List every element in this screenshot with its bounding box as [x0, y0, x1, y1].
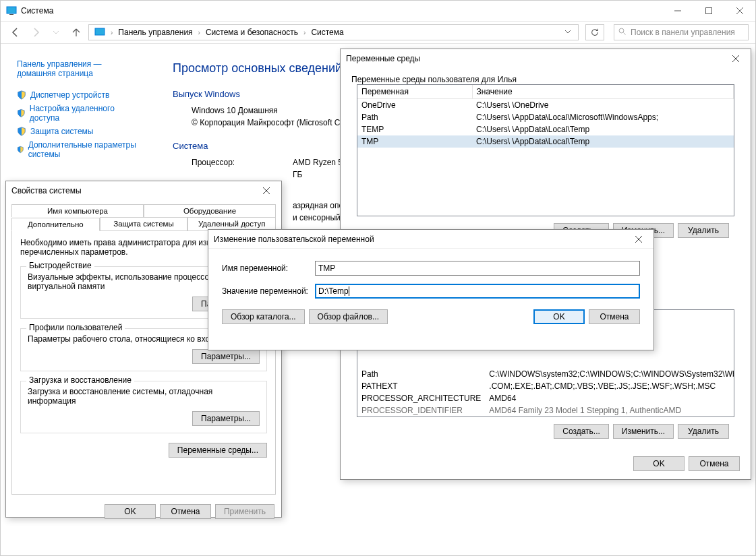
tab-advanced[interactable]: Дополнительно	[11, 218, 100, 231]
breadcrumb-item[interactable]: Система и безопасность	[203, 28, 301, 37]
startup-settings-button[interactable]: Параметры...	[192, 411, 260, 426]
table-row[interactable]: TEMPC:\Users\ \AppData\Local\Temp	[357, 123, 734, 135]
close-icon[interactable]	[257, 183, 276, 198]
apply-button[interactable]: Применить	[215, 504, 274, 519]
close-icon[interactable]	[629, 232, 648, 247]
cancel-button[interactable]: Отмена	[589, 309, 640, 324]
close-button[interactable]	[724, 1, 755, 21]
startup-heading: Загрузка и восстановление	[26, 375, 134, 385]
delete-sys-var-button[interactable]: Удалить	[678, 424, 729, 439]
cancel-button[interactable]: Отмена	[160, 504, 211, 519]
search-placeholder: Поиск в панели управления	[631, 28, 735, 37]
sidebar-item-advanced-settings[interactable]: Дополнительные параметры системы	[17, 138, 136, 161]
ram-partial: ГБ	[293, 170, 302, 179]
browse-files-button[interactable]: Обзор файлов...	[309, 309, 388, 324]
tab-hardware[interactable]: Оборудование	[144, 204, 276, 217]
close-icon[interactable]	[726, 51, 745, 66]
table-row[interactable]: PATHEXT.COM;.EXE;.BAT;.CMD;.VBS;.VBE;.JS…	[357, 380, 734, 392]
dialog-title: Переменные среды	[346, 54, 726, 63]
svg-rect-3	[706, 8, 712, 14]
table-row[interactable]: OneDriveC:\Users\ \OneDrive	[357, 99, 734, 112]
up-button[interactable]	[68, 24, 84, 40]
window-title: Система	[21, 6, 662, 16]
svg-point-7	[619, 28, 624, 33]
dialog-titlebar: Изменение пользовательской переменной	[208, 230, 653, 249]
breadcrumb-item[interactable]: Панель управления	[115, 28, 195, 37]
chevron-right-icon[interactable]: ›	[196, 29, 203, 36]
shield-icon	[17, 127, 26, 136]
sidebar-item-system-protection[interactable]: Защита системы	[17, 125, 136, 138]
table-row[interactable]: TMPC:\Users\ \AppData\Local\Temp	[357, 135, 734, 148]
chevron-right-icon[interactable]: ›	[108, 29, 115, 36]
recent-dropdown[interactable]	[48, 24, 64, 40]
tab-system-protection[interactable]: Защита системы	[100, 217, 188, 230]
startup-group: Загрузка и восстановление Загрузка и вос…	[20, 381, 267, 433]
cancel-button[interactable]: Отмена	[689, 456, 740, 471]
ok-button[interactable]: OK	[633, 456, 685, 471]
dialog-title: Свойства системы	[11, 186, 257, 195]
performance-heading: Быстродействие	[26, 261, 94, 270]
svg-rect-1	[9, 14, 13, 15]
copyright-text: © Корпорация Майкрософт (Microsoft Corpo…	[192, 118, 364, 127]
new-sys-var-button[interactable]: Создать...	[554, 424, 609, 439]
variable-value-label: Значение переменной:	[222, 286, 315, 296]
maximize-button[interactable]	[693, 1, 724, 21]
search-input[interactable]: Поиск в панели управления	[614, 24, 749, 40]
back-button[interactable]	[7, 24, 24, 40]
browse-directory-button[interactable]: Обзор каталога...	[222, 309, 305, 324]
ok-button[interactable]: OK	[105, 504, 156, 519]
svg-rect-6	[95, 28, 105, 35]
edition-value: Windows 10 Домашняя	[192, 106, 278, 115]
svg-line-8	[624, 32, 626, 34]
profiles-heading: Профили пользователей	[26, 323, 125, 332]
variable-name-input[interactable]	[315, 261, 640, 276]
dialog-titlebar: Переменные среды	[341, 49, 751, 68]
edit-sys-var-button[interactable]: Изменить...	[613, 424, 674, 439]
cpu-label: Процессор:	[192, 158, 293, 167]
svg-rect-0	[7, 7, 16, 13]
sidebar-item-device-manager[interactable]: Диспетчер устройств	[17, 88, 136, 102]
control-panel-home-link[interactable]: Панель управления — домашняя страница	[17, 57, 136, 80]
startup-desc: Загрузка и восстановление системы, отлад…	[28, 387, 260, 406]
breadcrumb-item[interactable]: Система	[308, 28, 346, 37]
window-controls	[662, 1, 755, 21]
table-row[interactable]: PathC:\WINDOWS\system32;C:\WINDOWS;C:\WI…	[357, 368, 734, 380]
col-value[interactable]: Значение	[472, 85, 734, 99]
tab-remote[interactable]: Удаленный доступ	[187, 217, 276, 230]
touch-partial: и сенсорный	[293, 213, 341, 222]
chevron-right-icon[interactable]: ›	[301, 29, 308, 36]
table-row[interactable]: PROCESSOR_ARCHITECTUREAMD64	[357, 392, 734, 404]
system-icon	[6, 5, 17, 16]
breadcrumb-dropdown[interactable]	[560, 28, 575, 37]
system-icon	[94, 27, 105, 38]
variable-value-input[interactable]: D:\Temp	[315, 284, 640, 299]
col-variable[interactable]: Переменная	[357, 85, 472, 99]
environment-variables-button[interactable]: Переменные среды...	[169, 443, 267, 458]
shield-icon	[17, 145, 24, 154]
refresh-button[interactable]	[585, 24, 604, 40]
table-row[interactable]: PathC:\Users\ \AppData\Local\Microsoft\W…	[357, 111, 734, 123]
delete-user-var-button[interactable]: Удалить	[678, 223, 729, 238]
dialog-title: Изменение пользовательской переменной	[214, 235, 629, 244]
minimize-button[interactable]	[662, 1, 693, 21]
tab-computer-name[interactable]: Имя компьютера	[11, 204, 144, 217]
breadcrumb[interactable]: › Панель управления › Система и безопасн…	[88, 24, 579, 40]
search-icon	[618, 28, 627, 38]
variable-name-label: Имя переменной:	[222, 264, 315, 273]
toolbar: › Панель управления › Система и безопасн…	[1, 21, 755, 44]
profiles-settings-button[interactable]: Параметры...	[192, 349, 260, 364]
forward-button[interactable]	[28, 24, 44, 40]
shield-icon	[17, 109, 26, 118]
dialog-titlebar: Свойства системы	[6, 181, 281, 200]
edit-variable-dialog: Изменение пользовательской переменной Им…	[208, 229, 654, 350]
ok-button[interactable]: OK	[533, 309, 585, 324]
user-vars-table[interactable]: ПеременнаяЗначение OneDriveC:\Users\ \On…	[357, 84, 734, 216]
titlebar: Система	[1, 1, 755, 21]
table-row[interactable]: PROCESSOR_IDENTIFIERAMD64 Family 23 Mode…	[357, 404, 734, 416]
user-vars-heading: Переменные среды пользователя для Илья	[351, 75, 740, 84]
shield-icon	[17, 90, 26, 100]
sidebar-item-remote-settings[interactable]: Настройка удаленного доступа	[17, 102, 136, 125]
